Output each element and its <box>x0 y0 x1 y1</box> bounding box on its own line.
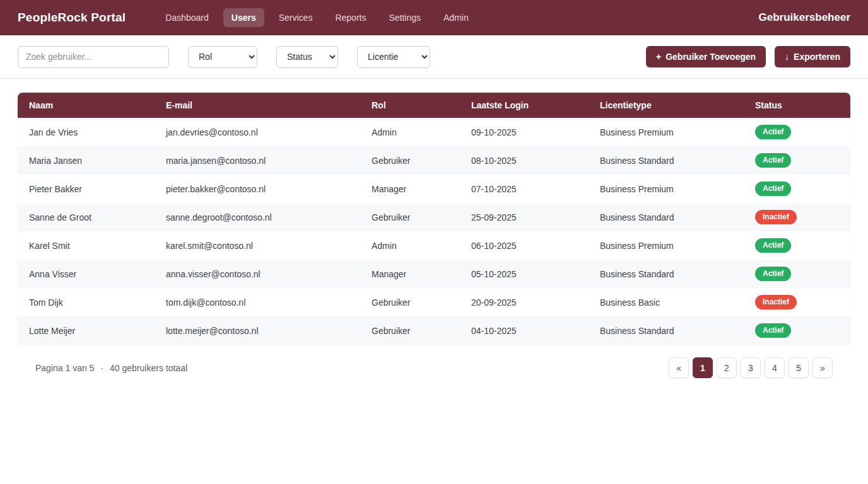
nav-item-settings[interactable]: Settings <box>380 8 429 27</box>
user-email: sanne.degroot@contoso.nl <box>155 203 360 231</box>
summary-separator: · <box>100 363 103 373</box>
user-license: Business Premium <box>589 231 744 260</box>
user-role: Gebruiker <box>360 316 460 345</box>
user-last-login: 04-10-2025 <box>460 316 589 345</box>
user-last-login: 06-10-2025 <box>460 231 589 260</box>
nav-item-services[interactable]: Services <box>271 8 321 27</box>
user-last-login: 25-09-2025 <box>460 203 589 231</box>
user-last-login: 05-10-2025 <box>460 260 589 288</box>
user-name: Lotte Meijer <box>18 316 155 345</box>
column-header-status: Status <box>744 93 850 118</box>
column-header-rol: Rol <box>360 93 460 118</box>
table-row: Tom Dijktom.dijk@contoso.nlGebruiker20-0… <box>18 288 850 316</box>
search-input[interactable] <box>18 46 169 68</box>
user-email: lotte.meijer@contoso.nl <box>155 316 360 345</box>
nav-item-reports[interactable]: Reports <box>327 8 374 27</box>
prev-page-button[interactable]: « <box>669 357 689 378</box>
user-role: Manager <box>360 260 460 288</box>
user-role: Admin <box>360 118 460 146</box>
nav-item-dashboard[interactable]: Dashboard <box>157 8 217 27</box>
pager: «12345» <box>669 357 833 378</box>
status-filter-select[interactable]: Status <box>276 46 338 68</box>
user-status-cell: Actief <box>744 146 850 175</box>
status-badge: Actief <box>755 323 791 337</box>
user-role: Manager <box>360 175 460 203</box>
user-license: Business Premium <box>589 118 744 146</box>
user-last-login: 07-10-2025 <box>460 175 589 203</box>
status-badge: Actief <box>755 267 791 280</box>
column-header-licentietype: Licentietype <box>589 93 744 118</box>
page-button-1[interactable]: 1 <box>693 357 713 378</box>
table-row: Karel Smitkarel.smit@contoso.nlAdmin06-1… <box>18 231 850 260</box>
table-row: Lotte Meijerlotte.meijer@contoso.nlGebru… <box>18 316 850 345</box>
status-badge: Actief <box>755 238 791 252</box>
user-status-cell: Actief <box>744 231 850 260</box>
user-email: maria.jansen@contoso.nl <box>155 146 360 175</box>
user-role: Admin <box>360 231 460 260</box>
user-email: tom.dijk@contoso.nl <box>155 288 360 316</box>
filter-bar: Rol Status Licentie + Gebruiker Toevoege… <box>0 35 868 79</box>
table-row: Anna Visseranna.visser@contoso.nlManager… <box>18 260 850 288</box>
nav-item-admin[interactable]: Admin <box>435 8 477 27</box>
user-status-cell: Actief <box>744 316 850 345</box>
table-row: Maria Jansenmaria.jansen@contoso.nlGebru… <box>18 146 850 175</box>
main-nav: DashboardUsersServicesReportsSettingsAdm… <box>157 8 476 27</box>
user-status-cell: Inactief <box>744 203 850 231</box>
license-filter-select[interactable]: Licentie <box>357 46 430 68</box>
table-row: Pieter Bakkerpieter.bakker@contoso.nlMan… <box>18 175 850 203</box>
status-badge: Inactief <box>755 210 797 224</box>
user-name: Anna Visser <box>18 260 155 288</box>
export-button[interactable]: ↓ Exporteren <box>775 46 850 67</box>
user-role: Gebruiker <box>360 288 460 316</box>
plus-icon: + <box>656 52 661 62</box>
add-user-label: Gebruiker Toevoegen <box>666 52 756 62</box>
user-last-login: 08-10-2025 <box>460 146 589 175</box>
user-name: Maria Jansen <box>18 146 155 175</box>
user-name: Sanne de Groot <box>18 203 155 231</box>
table-row: Jan de Vriesjan.devries@contoso.nlAdmin0… <box>18 118 850 146</box>
user-email: karel.smit@contoso.nl <box>155 231 360 260</box>
user-license: Business Standard <box>589 316 744 345</box>
user-name: Tom Dijk <box>18 288 155 316</box>
page-button-5[interactable]: 5 <box>789 357 809 378</box>
user-status-cell: Actief <box>744 118 850 146</box>
column-header-naam: Naam <box>18 93 155 118</box>
user-name: Pieter Bakker <box>18 175 155 203</box>
page-info: Pagina 1 van 5 <box>35 363 94 373</box>
add-user-button[interactable]: + Gebruiker Toevoegen <box>646 46 766 67</box>
page-button-2[interactable]: 2 <box>717 357 737 378</box>
user-status-cell: Inactief <box>744 288 850 316</box>
pagination-summary: Pagina 1 van 5 · 40 gebruikers totaal <box>35 363 187 373</box>
nav-item-users[interactable]: Users <box>223 8 264 27</box>
page-button-4[interactable]: 4 <box>765 357 785 378</box>
user-license: Business Standard <box>589 260 744 288</box>
user-last-login: 09-10-2025 <box>460 118 589 146</box>
page-button-3[interactable]: 3 <box>741 357 761 378</box>
user-name: Karel Smit <box>18 231 155 260</box>
status-badge: Actief <box>755 125 791 139</box>
app-title: PeopleRock Portal <box>18 11 126 25</box>
content-area: NaamE-mailRolLaatste LoginLicentietypeSt… <box>0 93 868 378</box>
user-email: anna.visser@contoso.nl <box>155 260 360 288</box>
role-filter-select[interactable]: Rol <box>188 46 257 68</box>
export-label: Exporteren <box>794 52 840 62</box>
user-role: Gebruiker <box>360 146 460 175</box>
column-header-laatste-login: Laatste Login <box>460 93 589 118</box>
total-users-info: 40 gebruikers totaal <box>110 363 187 373</box>
user-role: Gebruiker <box>360 203 460 231</box>
user-license: Business Standard <box>589 146 744 175</box>
user-last-login: 20-09-2025 <box>460 288 589 316</box>
next-page-button[interactable]: » <box>812 357 833 378</box>
user-email: jan.devries@contoso.nl <box>155 118 360 146</box>
user-license: Business Standard <box>589 203 744 231</box>
page-title: Gebruikersbeheer <box>758 11 850 24</box>
user-status-cell: Actief <box>744 175 850 203</box>
user-name: Jan de Vries <box>18 118 155 146</box>
table-header-row: NaamE-mailRolLaatste LoginLicentietypeSt… <box>18 93 850 118</box>
user-license: Business Premium <box>589 175 744 203</box>
users-table: NaamE-mailRolLaatste LoginLicentietypeSt… <box>18 93 850 345</box>
status-badge: Actief <box>755 153 791 167</box>
column-header-e-mail: E-mail <box>155 93 360 118</box>
user-status-cell: Actief <box>744 260 850 288</box>
status-badge: Inactief <box>755 295 797 309</box>
